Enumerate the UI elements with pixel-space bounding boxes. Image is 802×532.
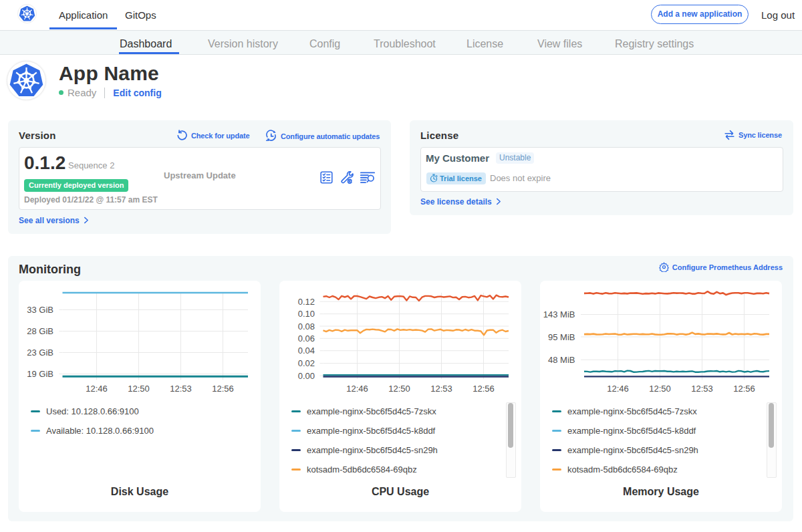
svg-text:143 MiB: 143 MiB (543, 309, 575, 319)
svg-text:0.10: 0.10 (298, 309, 315, 319)
svg-text:28 GiB: 28 GiB (27, 326, 53, 336)
svg-text:12:50: 12:50 (388, 384, 410, 394)
svg-text:23 GiB: 23 GiB (27, 348, 53, 358)
svg-text:33 GiB: 33 GiB (27, 305, 53, 315)
svg-text:48 MiB: 48 MiB (548, 354, 575, 364)
svg-text:12:56: 12:56 (212, 384, 234, 394)
svg-text:0.00: 0.00 (298, 370, 315, 380)
svg-text:12:46: 12:46 (346, 384, 368, 394)
svg-text:95 MiB: 95 MiB (548, 331, 575, 342)
svg-text:12:50: 12:50 (128, 384, 150, 394)
svg-text:12:46: 12:46 (607, 384, 629, 394)
svg-text:12:56: 12:56 (473, 384, 495, 394)
svg-text:0.06: 0.06 (298, 333, 315, 343)
svg-text:0.12: 0.12 (298, 296, 315, 306)
svg-text:0.08: 0.08 (298, 321, 315, 331)
svg-text:12:46: 12:46 (86, 384, 108, 394)
svg-text:12:53: 12:53 (691, 384, 713, 394)
svg-text:0.02: 0.02 (298, 358, 315, 368)
svg-text:12:50: 12:50 (649, 384, 671, 394)
svg-text:0.04: 0.04 (298, 346, 315, 356)
svg-text:12:56: 12:56 (733, 384, 755, 394)
svg-text:19 GiB: 19 GiB (27, 369, 53, 379)
svg-text:12:53: 12:53 (430, 384, 452, 394)
svg-text:12:53: 12:53 (170, 384, 192, 394)
